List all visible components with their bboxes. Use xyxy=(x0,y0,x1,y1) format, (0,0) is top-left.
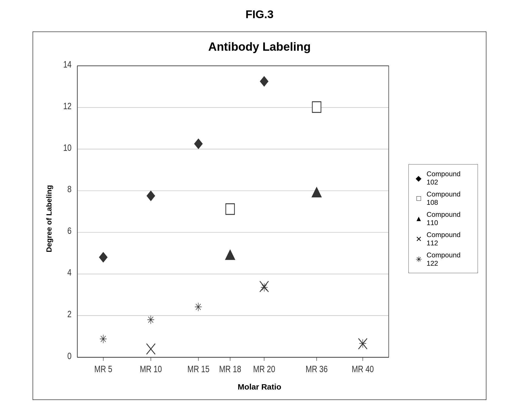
legend-label-c110: Compound 110 xyxy=(427,210,472,227)
c122-mr5: ✳ xyxy=(99,333,107,345)
svg-text:MR 40: MR 40 xyxy=(352,364,374,374)
svg-text:4: 4 xyxy=(67,267,72,278)
c122-mr40: ✳ xyxy=(359,337,367,350)
c108-mr36 xyxy=(312,102,321,112)
svg-text:12: 12 xyxy=(63,101,72,111)
legend-item-c112: ✕ Compound 112 xyxy=(414,231,472,247)
svg-text:MR 36: MR 36 xyxy=(306,364,328,374)
svg-text:MR 15: MR 15 xyxy=(187,364,210,374)
legend-symbol-c122: ✳ xyxy=(414,255,423,264)
svg-text:0: 0 xyxy=(67,351,72,361)
svg-text:14: 14 xyxy=(63,59,72,70)
legend: ◆ Compound 102 □ Compound 108 ▲ Compound… xyxy=(408,164,478,273)
c122-mr20: ✳ xyxy=(260,281,268,294)
legend-label-c102: Compound 102 xyxy=(427,170,472,186)
chart-title: Antibody Labeling xyxy=(208,40,311,53)
chart-outer: Antibody Labeling Degree of Labeling 0 xyxy=(33,32,486,400)
legend-symbol-c102: ◆ xyxy=(414,174,423,183)
c122-mr10: ✳ xyxy=(147,314,155,326)
svg-text:6: 6 xyxy=(67,225,72,236)
svg-text:10: 10 xyxy=(63,142,72,153)
page-title: FIG.3 xyxy=(245,8,273,21)
x-axis-label: Molar Ratio xyxy=(238,382,281,391)
svg-text:2: 2 xyxy=(67,309,72,319)
svg-text:MR 20: MR 20 xyxy=(253,364,275,374)
c108-mr18 xyxy=(226,204,234,214)
legend-item-c110: ▲ Compound 110 xyxy=(414,210,472,227)
legend-label-c108: Compound 108 xyxy=(427,190,472,207)
legend-symbol-c112: ✕ xyxy=(414,235,423,244)
legend-item-c122: ✳ Compound 122 xyxy=(414,251,472,268)
c122-mr15: ✳ xyxy=(194,301,202,313)
svg-text:8: 8 xyxy=(67,184,72,195)
legend-label-c122: Compound 122 xyxy=(427,251,472,268)
legend-item-c108: □ Compound 108 xyxy=(414,190,472,207)
y-axis-label: Degree of Labeling xyxy=(45,185,53,252)
legend-item-c102: ◆ Compound 102 xyxy=(414,170,472,186)
legend-symbol-c108: □ xyxy=(414,194,423,203)
legend-symbol-c110: ▲ xyxy=(414,214,423,223)
legend-label-c112: Compound 112 xyxy=(427,231,472,247)
svg-text:MR 10: MR 10 xyxy=(140,364,162,374)
svg-text:MR 5: MR 5 xyxy=(94,364,112,374)
svg-text:MR 18: MR 18 xyxy=(219,364,241,374)
